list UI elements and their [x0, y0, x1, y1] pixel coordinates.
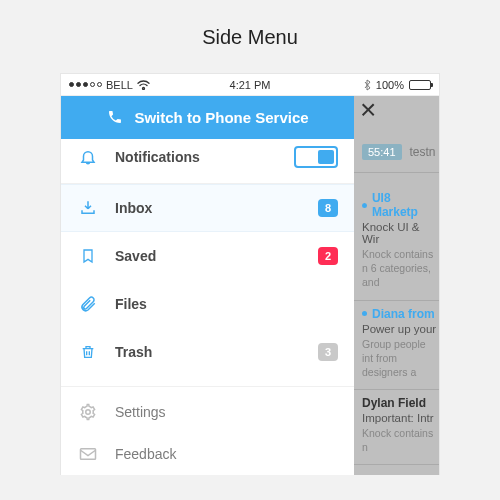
- cta-label: Switch to Phone Service: [134, 109, 308, 126]
- menu-item-trash[interactable]: Trash 3: [61, 328, 354, 376]
- badge-saved: 2: [318, 247, 338, 265]
- menu-item-label: Settings: [115, 404, 338, 420]
- content-timestamp: 55:41: [362, 144, 402, 160]
- bookmark-icon: [79, 247, 97, 265]
- menu-item-feedback[interactable]: Feedback: [61, 433, 354, 475]
- menu-item-label: Files: [115, 296, 338, 312]
- menu-footer-group: Settings Feedback: [61, 386, 354, 475]
- switch-phone-service-button[interactable]: Switch to Phone Service: [61, 96, 354, 139]
- inbox-icon: [79, 199, 97, 217]
- unread-dot: [362, 311, 367, 316]
- list-item[interactable]: Dylan Field Important: Intr Knock contai…: [354, 390, 439, 465]
- envelope-icon: [79, 445, 97, 463]
- background-content: × 55:41 testn UI8 Marketp Knock UI & Wir…: [354, 96, 439, 475]
- menu-notifications[interactable]: Notifications: [61, 139, 354, 175]
- svg-rect-1: [81, 449, 96, 460]
- status-bar: BELL 4:21 PM 100%: [61, 74, 439, 96]
- menu-item-inbox[interactable]: Inbox 8: [61, 184, 354, 232]
- menu-item-files[interactable]: Files: [61, 280, 354, 328]
- content-user: testn: [410, 145, 436, 159]
- menu-item-label: Inbox: [115, 200, 300, 216]
- svg-point-0: [86, 410, 91, 415]
- item-body: Knock contains n 6 categories, and: [362, 247, 439, 290]
- phone-icon: [106, 108, 124, 126]
- paperclip-icon: [79, 295, 97, 313]
- item-title: Diana from: [372, 307, 435, 321]
- trash-icon: [79, 343, 97, 361]
- side-menu: Switch to Phone Service Notifications In…: [61, 96, 354, 475]
- bell-icon: [79, 148, 97, 166]
- page-title: Side Menu: [0, 0, 500, 73]
- notifications-label: Notifications: [115, 149, 276, 165]
- close-icon[interactable]: ×: [360, 96, 376, 124]
- menu-item-settings[interactable]: Settings: [61, 391, 354, 433]
- item-subtitle: Knock UI & Wir: [362, 221, 439, 245]
- item-subtitle: Important: Intr: [362, 412, 439, 424]
- item-body: Knock contains n: [362, 426, 439, 454]
- list-item[interactable]: Diana from Power up your Group people in…: [354, 301, 439, 391]
- battery-icon: [409, 80, 431, 90]
- menu-item-label: Feedback: [115, 446, 338, 462]
- item-title: Dylan Field: [362, 396, 426, 410]
- status-time: 4:21 PM: [61, 79, 439, 91]
- item-title: UI8 Marketp: [372, 191, 439, 219]
- badge-trash: 3: [318, 343, 338, 361]
- menu-item-saved[interactable]: Saved 2: [61, 232, 354, 280]
- notifications-toggle[interactable]: [294, 146, 338, 168]
- unread-dot: [362, 203, 367, 208]
- list-item[interactable]: UI8 Marketp Knock UI & Wir Knock contain…: [354, 185, 439, 301]
- menu-item-label: Trash: [115, 344, 300, 360]
- menu-item-label: Saved: [115, 248, 300, 264]
- item-subtitle: Power up your: [362, 323, 439, 335]
- menu-primary-group: Inbox 8 Saved 2 Files: [61, 183, 354, 376]
- gear-icon: [79, 403, 97, 421]
- device-frame: BELL 4:21 PM 100% Switch to Phone Servic…: [60, 73, 440, 475]
- item-body: Group people int from designers a: [362, 337, 439, 380]
- badge-inbox: 8: [318, 199, 338, 217]
